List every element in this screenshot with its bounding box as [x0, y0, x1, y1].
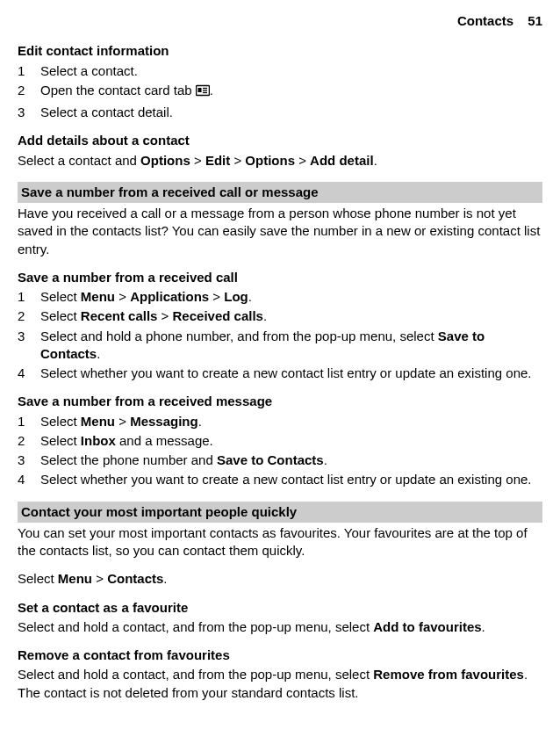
menu-path-item: Inbox [81, 433, 116, 448]
menu-path-item: Remove from favourites [373, 667, 524, 682]
text: Select [18, 571, 58, 586]
menu-path-item: Menu [58, 571, 92, 586]
text: Select [40, 289, 81, 304]
step-text: Select whether you want to create a new … [40, 472, 532, 487]
chapter-name: Contacts [457, 13, 513, 28]
list-item: Select and hold a phone number, and from… [18, 328, 542, 364]
menu-path-item: Options [245, 153, 295, 168]
favourites-select: Select Menu > Contacts. [18, 570, 542, 588]
separator: > [115, 289, 130, 304]
set-favourite-line: Select and hold a contact, and from the … [18, 618, 542, 636]
list-item: Select Menu > Applications > Log. [18, 288, 542, 306]
save-number-intro: Have you received a call or a message fr… [18, 205, 542, 258]
step-text: Open the contact card tab [40, 83, 196, 98]
separator: > [190, 153, 205, 168]
separator: > [230, 153, 245, 168]
text: Select and hold a contact, and from the … [18, 667, 373, 682]
favourites-intro: You can set your most important contacts… [18, 524, 542, 560]
step-text: Select whether you want to create a new … [40, 365, 532, 380]
text: Select a contact and [18, 153, 140, 168]
menu-path-item: Received calls [173, 308, 263, 323]
list-item: Select whether you want to create a new … [18, 471, 542, 488]
list-item: Select Recent calls > Received calls. [18, 307, 542, 325]
heading-set-favourite: Set a contact as a favourite [18, 599, 542, 617]
text: Select [40, 414, 81, 429]
menu-path-item: Contacts [107, 571, 163, 586]
separator: > [92, 571, 107, 586]
contact-card-icon [196, 83, 210, 102]
menu-path-item: Menu [81, 289, 115, 304]
text: Select and hold a contact, and from the … [18, 619, 373, 634]
text: . [374, 153, 377, 168]
list-item: Select a contact. [18, 62, 542, 80]
list-item: Open the contact card tab . [18, 82, 542, 102]
list-item: Select whether you want to create a new … [18, 365, 542, 382]
separator: > [209, 289, 224, 304]
list-item: Select a contact detail. [18, 104, 542, 121]
heading-add-details: Add details about a contact [18, 132, 542, 149]
menu-path-item: Menu [81, 414, 115, 429]
text: . [482, 619, 485, 634]
steps-edit-contact-info: Select a contact. Open the contact card … [18, 62, 542, 122]
text: . [324, 452, 327, 467]
text: and a message. [116, 433, 213, 448]
menu-path-item: Edit [205, 153, 230, 168]
heading-save-number: Save a number from a received call or me… [18, 182, 542, 203]
menu-path-item: Add detail [310, 153, 374, 168]
text: . [198, 414, 202, 429]
step-text: . [210, 83, 213, 98]
heading-save-from-call: Save a number from a received call [18, 269, 542, 286]
svg-rect-1 [197, 88, 201, 92]
heading-favourites: Contact your most important people quick… [18, 502, 542, 523]
page-header: Contacts 51 [18, 12, 542, 30]
menu-path-item: Applications [130, 289, 209, 304]
remove-favourite-line: Select and hold a contact, and from the … [18, 666, 542, 702]
text: . [263, 308, 267, 323]
heading-edit-contact-info: Edit contact information [18, 42, 542, 60]
menu-path-item: Messaging [130, 414, 198, 429]
text: . [97, 346, 100, 361]
text: Select [40, 308, 81, 323]
heading-remove-favourite: Remove a contact from favourites [18, 646, 542, 664]
heading-save-from-message: Save a number from a received message [18, 393, 542, 410]
steps-save-from-call: Select Menu > Applications > Log. Select… [18, 288, 542, 382]
text: . [248, 289, 252, 304]
list-item: Select Inbox and a message. [18, 432, 542, 450]
list-item: Select the phone number and Save to Cont… [18, 451, 542, 469]
separator: > [295, 153, 310, 168]
list-item: Select Menu > Messaging. [18, 413, 542, 430]
separator: > [157, 308, 172, 323]
menu-path-item: Log [224, 289, 248, 304]
page-number: 51 [528, 13, 542, 28]
menu-path-item: Options [140, 153, 190, 168]
separator: > [115, 414, 130, 429]
step-text: Select a contact detail. [40, 105, 173, 119]
text: Select the phone number and [40, 452, 217, 467]
menu-path-item: Save to Contacts [217, 452, 324, 467]
menu-path-item: Add to favourites [373, 619, 481, 634]
text: . [163, 571, 167, 586]
menu-path-item: Recent calls [81, 308, 158, 323]
add-details-line: Select a contact and Options > Edit > Op… [18, 152, 542, 170]
step-text: Select a contact. [40, 63, 138, 78]
steps-save-from-message: Select Menu > Messaging. Select Inbox an… [18, 413, 542, 489]
text: Select [40, 433, 81, 448]
text: Select and hold a phone number, and from… [40, 329, 438, 343]
